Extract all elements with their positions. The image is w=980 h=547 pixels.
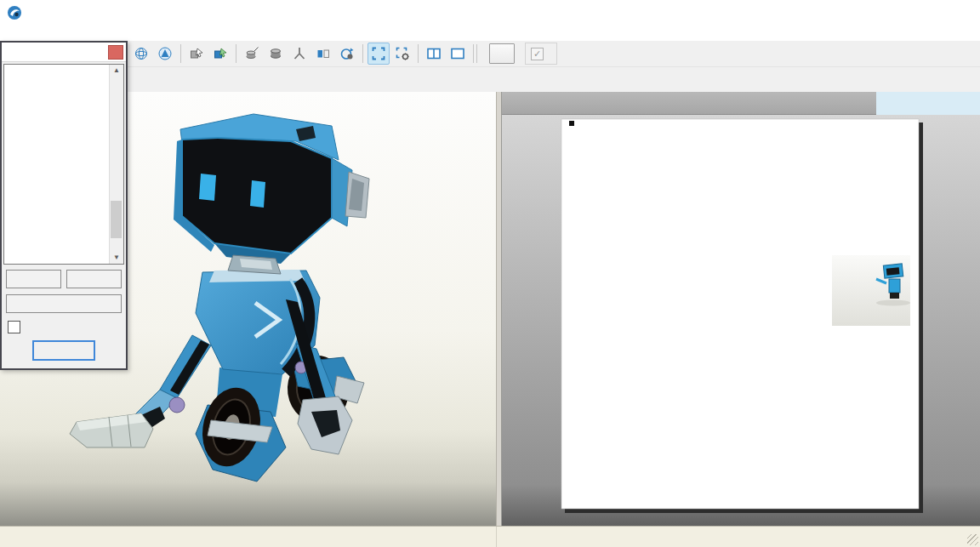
toolbar-separator <box>180 44 181 63</box>
origin-mark <box>569 121 574 126</box>
pick-body-icon[interactable] <box>185 43 208 65</box>
left-eye <box>199 174 216 201</box>
menu-bar <box>0 26 980 41</box>
pattern-pane <box>502 92 980 526</box>
status-bar <box>0 526 980 547</box>
parts-list-panel: ▲ ▼ <box>0 41 128 370</box>
parts-panel-titlebar[interactable] <box>2 43 126 62</box>
select-area-icon[interactable] <box>368 43 390 65</box>
toolbar-second <box>0 66 980 93</box>
split-window-icon[interactable] <box>423 43 445 65</box>
extract-part-icon[interactable] <box>241 43 263 65</box>
panel-close-action-button[interactable] <box>32 340 95 361</box>
solid-part-icon[interactable] <box>265 43 287 65</box>
select-and-rename-button[interactable] <box>6 294 122 313</box>
promo-page <box>832 255 910 326</box>
right-eye <box>250 180 265 208</box>
parts-list-scrollbar[interactable]: ▲ ▼ <box>109 65 123 264</box>
auto-check-group: ✓ <box>525 43 557 65</box>
parts-list[interactable]: ▲ ▼ <box>3 64 124 265</box>
rotate-view-icon[interactable] <box>336 43 358 65</box>
app-icon <box>7 5 22 20</box>
select-settings-icon[interactable] <box>391 43 413 65</box>
single-window-icon[interactable] <box>447 43 469 65</box>
pick-body-add-icon[interactable] <box>209 43 231 65</box>
mirror-icon[interactable] <box>312 43 334 65</box>
scroll-down-icon[interactable]: ▼ <box>110 252 123 264</box>
toolbar-top: ✓ <box>0 41 980 66</box>
toolbar-separator <box>473 44 474 63</box>
show-part-names-checkbox[interactable] <box>8 321 20 333</box>
auto-check-checkbox[interactable]: ✓ <box>531 48 544 60</box>
undo-last-operation-button[interactable] <box>489 43 515 64</box>
toolbar-separator <box>418 44 419 63</box>
head <box>174 114 369 274</box>
wire-sphere-icon[interactable] <box>130 43 152 65</box>
scroll-up-icon[interactable]: ▲ <box>110 65 123 77</box>
title-bar <box>0 0 980 26</box>
pane-splitter[interactable] <box>496 92 502 526</box>
toolbar-separator <box>362 44 363 63</box>
deselect-all-button[interactable] <box>66 270 122 288</box>
select-all-button[interactable] <box>6 270 61 288</box>
maximize-button[interactable] <box>902 0 941 26</box>
edit-mode-tab[interactable] <box>876 92 980 115</box>
status-hint <box>0 527 496 547</box>
toolbar-separator <box>236 44 236 63</box>
resize-grip[interactable] <box>967 534 978 545</box>
cone-view-icon[interactable] <box>154 43 176 65</box>
panel-close-button[interactable] <box>108 45 123 60</box>
scrollbar-thumb[interactable] <box>111 201 122 238</box>
axis-icon[interactable] <box>288 43 311 65</box>
pattern-canvas[interactable] <box>502 115 980 526</box>
close-button[interactable] <box>941 0 980 26</box>
minimize-button[interactable] <box>863 0 902 26</box>
pattern-header <box>502 92 980 115</box>
